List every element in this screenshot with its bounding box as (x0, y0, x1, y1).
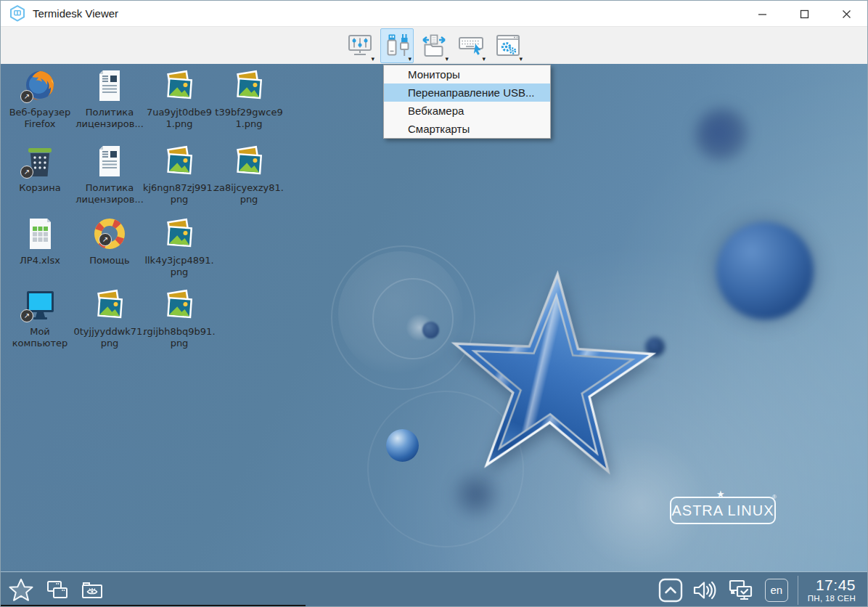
icon-label: t39bf29gwce91.png (212, 107, 286, 131)
usb-redirect-icon (382, 31, 412, 60)
menu-item-monitors[interactable]: Мониторы (384, 65, 550, 83)
icon-label: 0tyjjyyddwk71.png (73, 326, 147, 350)
logo-text: ASTRA LINUX (671, 502, 774, 519)
star-icon (8, 578, 34, 603)
caret-down-icon: ▾ (482, 56, 486, 62)
icon-label: llk4y3jcp4891.png (142, 255, 216, 279)
clock-date: ПН, 18 СЕН (808, 594, 856, 603)
desktop-icon-my-computer[interactable]: ↗ Мой компьютер (2, 288, 78, 350)
image-file-icon (162, 68, 197, 103)
desktop-icon-image-7[interactable]: rgijbh8bq9b91.png (142, 288, 217, 350)
chevron-up-icon (658, 578, 683, 603)
bokeh-disc (338, 251, 463, 376)
termidesk-viewer-window: Termidesk Viewer (0, 0, 868, 607)
bokeh-circle (331, 245, 475, 390)
maximize-button[interactable] (783, 1, 825, 27)
usb-dropdown-menu: Мониторы Перенаправление USB... Вебкамер… (383, 65, 551, 139)
desktop-icon-image-2[interactable]: t39bf29gwce91.png (211, 68, 287, 131)
desktop-icon-xlsx[interactable]: ЛР4.xlsx (2, 216, 78, 266)
sphere-glossy (386, 429, 419, 462)
desktop-icon-help[interactable]: ↗ Помощь (72, 216, 147, 266)
icon-label: ЛР4.xlsx (20, 255, 60, 266)
send-shortcuts-button[interactable]: ▾ (454, 28, 488, 63)
desktop-icon-firefox[interactable]: ↗ Веб-браузер Firefox (2, 68, 78, 131)
clock[interactable]: 17:45 ПН, 18 СЕН (808, 577, 860, 603)
speaker-icon (692, 579, 718, 602)
display-settings-icon (345, 31, 374, 60)
display-settings-button[interactable]: ▾ (343, 28, 377, 63)
shortcut-arrow-icon: ↗ (20, 166, 33, 179)
icon-label: Политика лицензиров... (73, 182, 147, 206)
volume-button[interactable] (692, 579, 718, 602)
sphere-blurred-top-right (695, 108, 749, 162)
registered-mark: ® (772, 494, 777, 500)
shortcut-arrow-icon: ↗ (20, 90, 33, 103)
title-bar: Termidesk Viewer (1, 1, 867, 27)
shortcut-arrow-icon: ↗ (20, 309, 33, 322)
menu-item-webcam[interactable]: Вебкамера (384, 102, 550, 120)
viewer-toolbar: ▾ ▾ (1, 27, 867, 64)
astra-linux-logo: ★ ASTRA LINUX ® (670, 497, 776, 524)
bokeh-ring-small (372, 278, 454, 359)
settings-gears-icon (494, 31, 523, 60)
desktop-icon-policy-doc-2[interactable]: Политика лицензиров... (72, 144, 147, 206)
menu-item-smartcards[interactable]: Смарткарты (384, 120, 550, 138)
bokeh-dot (406, 314, 433, 341)
image-file-icon (232, 144, 266, 179)
close-button[interactable] (825, 1, 867, 27)
image-file-icon (162, 216, 197, 251)
file-transfer-button[interactable]: ▾ (417, 28, 451, 63)
file-transfer-icon (419, 31, 449, 60)
image-file-icon (92, 288, 127, 322)
wallpaper-glass-star (439, 264, 665, 497)
caret-down-icon: ▾ (445, 56, 449, 62)
desktop-icon-trash[interactable]: ↗ Корзина (2, 144, 78, 194)
usb-redirect-button[interactable]: ▾ (380, 28, 414, 63)
document-icon (92, 144, 127, 179)
desktop-icon-image-1[interactable]: 7ua9yjt0dbe91.png (142, 68, 217, 131)
send-keys-icon (456, 31, 486, 60)
icon-label: za8ijcyexzy81.png (212, 182, 286, 206)
desktop-icon-image-4[interactable]: za8ijcyexzy81.png (211, 144, 287, 206)
keyboard-layout-indicator[interactable]: en (765, 579, 788, 602)
icon-label: Политика лицензиров... (73, 107, 147, 131)
screenshot-tool-button[interactable] (81, 579, 104, 601)
desktop-icon-policy-doc-1[interactable]: Политика лицензиров... (72, 68, 147, 131)
desktop-icon-image-3[interactable]: kj6ngn87zj991.png (142, 144, 217, 206)
desktop-icon-image-6[interactable]: 0tyjjyyddwk71.png (72, 288, 147, 350)
desktop-icon-image-5[interactable]: llk4y3jcp4891.png (142, 216, 217, 279)
icon-label: Веб-браузер Firefox (3, 107, 77, 131)
screen-edge (1, 605, 306, 606)
shortcut-arrow-icon: ↗ (99, 233, 112, 246)
remote-desktop-area: ★ ASTRA LINUX ® ↗ Веб-браузер Firefox (1, 64, 868, 571)
tray-expand-button[interactable] (658, 578, 683, 603)
tray-separator (798, 576, 798, 605)
sphere-large-right (716, 222, 814, 319)
sphere-tiny (422, 322, 439, 338)
icon-label: Помощь (89, 255, 129, 266)
document-icon (92, 68, 127, 103)
window-title: Termidesk Viewer (33, 7, 118, 20)
caret-down-icon: ▾ (371, 56, 374, 62)
spreadsheet-icon (22, 216, 57, 251)
clock-time: 17:45 (808, 577, 856, 593)
remote-taskbar: en 17:45 ПН, 18 СЕН (1, 571, 867, 607)
image-file-icon (162, 288, 197, 322)
image-file-icon (232, 68, 266, 103)
window-list-button[interactable] (46, 579, 69, 601)
network-monitors-icon (728, 578, 756, 603)
windows-icon (46, 579, 69, 601)
icon-label: Корзина (19, 182, 60, 194)
icon-label: rgijbh8bq9b91.png (142, 326, 216, 350)
icon-label: kj6ngn87zj991.png (142, 182, 216, 206)
menu-item-usb-redirect[interactable]: Перенаправление USB... (384, 83, 550, 102)
termidesk-logo-icon (9, 5, 25, 22)
minimize-button[interactable] (741, 1, 783, 27)
caret-down-icon: ▾ (519, 56, 523, 62)
image-file-icon (162, 144, 197, 179)
lifebuoy-icon (92, 216, 127, 251)
network-status-button[interactable] (728, 578, 756, 603)
start-menu-star-button[interactable] (8, 578, 34, 603)
connection-settings-button[interactable]: ▾ (491, 28, 525, 63)
sphere-blob-bottom (449, 468, 503, 521)
